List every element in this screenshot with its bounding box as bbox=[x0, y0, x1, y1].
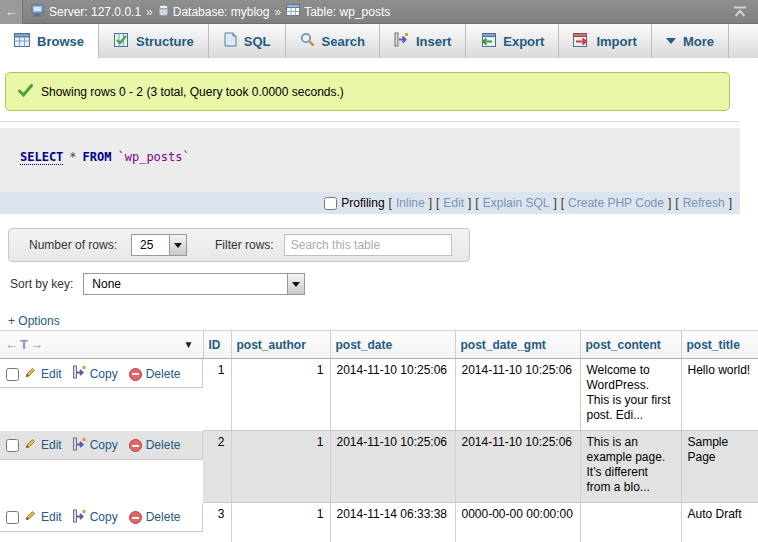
breadcrumb-table[interactable]: Table: wp_posts bbox=[286, 4, 390, 19]
tab-bar: Browse Structure SQL Search Insert bbox=[0, 24, 758, 58]
bracket: ] bbox=[729, 196, 732, 210]
cell-id: 1 bbox=[203, 359, 231, 431]
copy-row-link[interactable]: Copy bbox=[73, 437, 118, 455]
copy-icon bbox=[73, 437, 86, 455]
chevron-down-icon bbox=[292, 282, 300, 287]
sql-star: * bbox=[69, 150, 76, 164]
row-checkbox[interactable] bbox=[6, 511, 19, 524]
copy-label: Copy bbox=[90, 510, 118, 525]
table-icon bbox=[286, 4, 300, 19]
row-checkbox[interactable] bbox=[6, 368, 19, 381]
profiling-toggle[interactable]: Profiling bbox=[324, 196, 384, 210]
results-table: ←T→ ▼ ID post_author post_date post_date… bbox=[0, 330, 758, 542]
cell-post-content: Welcome to WordPress. This is your first… bbox=[580, 359, 681, 431]
column-header-post-title[interactable]: post_title bbox=[681, 331, 758, 359]
cell-post-date: 2014-11-10 10:25:06 bbox=[330, 431, 455, 503]
edit-label: Edit bbox=[41, 510, 62, 525]
profiling-checkbox[interactable] bbox=[324, 197, 337, 210]
chevron-down-icon bbox=[666, 38, 676, 44]
breadcrumb-separator: » bbox=[274, 5, 281, 19]
copy-row-link[interactable]: Copy bbox=[73, 509, 118, 527]
edit-query-link[interactable]: Edit bbox=[443, 196, 464, 210]
filter-rows-label: Filter rows: bbox=[215, 238, 274, 252]
collapse-panel-icon[interactable] bbox=[732, 6, 748, 18]
sql-query-text: SELECT*FROM`wp_posts` bbox=[0, 128, 740, 192]
table-row: Edit Copy Delete 2 1 2014-11-10 10:25:06… bbox=[0, 431, 758, 503]
create-php-code-link[interactable]: Create PHP Code bbox=[568, 196, 664, 210]
cell-post-date-gmt: 2014-11-10 10:25:06 bbox=[455, 359, 580, 431]
row-checkbox[interactable] bbox=[6, 439, 19, 452]
sql-query-box: SELECT*FROM`wp_posts` Profiling [ Inline… bbox=[0, 128, 740, 214]
tab-sql-label: SQL bbox=[244, 34, 271, 49]
sql-keyword-from: FROM bbox=[83, 150, 112, 164]
breadcrumb-database[interactable]: Database: myblog bbox=[158, 4, 270, 20]
phpmyadmin-window: ← Server: 127.0.0.1 » Database: myblog » bbox=[0, 0, 758, 542]
tab-browse[interactable]: Browse bbox=[0, 24, 99, 58]
status-message-text: Showing rows 0 - 2 (3 total, Query took … bbox=[41, 85, 344, 99]
explain-sql-link[interactable]: Explain SQL bbox=[483, 196, 550, 210]
edit-row-link[interactable]: Edit bbox=[24, 509, 62, 526]
tab-export-label: Export bbox=[503, 34, 544, 49]
pencil-icon bbox=[24, 509, 37, 526]
column-header-post-date[interactable]: post_date bbox=[330, 331, 455, 359]
tab-structure-label: Structure bbox=[136, 34, 194, 49]
edit-label: Edit bbox=[41, 367, 62, 382]
inline-link[interactable]: Inline bbox=[396, 196, 425, 210]
tab-insert[interactable]: Insert bbox=[380, 24, 466, 58]
cell-post-date-gmt: 2014-11-10 10:25:06 bbox=[455, 431, 580, 503]
cell-post-date: 2014-11-10 10:25:06 bbox=[330, 359, 455, 431]
delete-row-link[interactable]: Delete bbox=[129, 510, 181, 525]
tab-more[interactable]: More bbox=[652, 24, 729, 58]
delete-icon bbox=[129, 368, 142, 381]
copy-row-link[interactable]: Copy bbox=[73, 365, 118, 383]
tab-browse-label: Browse bbox=[37, 34, 84, 49]
options-toggle-link[interactable]: + Options bbox=[8, 314, 60, 328]
tab-insert-label: Insert bbox=[416, 34, 451, 49]
filter-rows-input[interactable] bbox=[284, 234, 452, 256]
breadcrumb-server[interactable]: Server: 127.0.0.1 bbox=[31, 4, 141, 20]
breadcrumb-table-label: Table: wp_posts bbox=[304, 5, 390, 19]
tab-structure[interactable]: Structure bbox=[99, 24, 209, 58]
status-message: Showing rows 0 - 2 (3 total, Query took … bbox=[5, 72, 730, 111]
delete-row-link[interactable]: Delete bbox=[129, 438, 181, 453]
breadcrumb-separator: » bbox=[146, 5, 153, 19]
select-dropdown-button[interactable] bbox=[169, 235, 186, 255]
sql-keyword-select[interactable]: SELECT bbox=[20, 150, 63, 165]
copy-label: Copy bbox=[90, 367, 118, 382]
cell-id: 2 bbox=[203, 431, 231, 503]
insert-icon bbox=[394, 32, 409, 50]
refresh-link[interactable]: Refresh bbox=[683, 196, 725, 210]
export-icon bbox=[480, 33, 496, 50]
pencil-icon bbox=[24, 437, 37, 454]
bracket: [ bbox=[436, 196, 439, 210]
cell-post-author: 1 bbox=[231, 431, 330, 503]
back-button[interactable]: ← bbox=[0, 0, 23, 24]
number-of-rows-select[interactable]: 25 bbox=[131, 234, 187, 256]
delete-icon bbox=[129, 511, 142, 524]
tab-sql[interactable]: SQL bbox=[209, 24, 286, 58]
column-header-post-date-gmt[interactable]: post_date_gmt bbox=[455, 331, 580, 359]
tab-search[interactable]: Search bbox=[286, 24, 380, 58]
cell-post-author: 1 bbox=[231, 359, 330, 431]
delete-row-link[interactable]: Delete bbox=[129, 367, 181, 382]
edit-row-link[interactable]: Edit bbox=[24, 366, 62, 383]
number-of-rows-label: Number of rows: bbox=[29, 238, 117, 252]
cell-post-date-gmt: 0000-00-00 00:00:00 bbox=[455, 503, 580, 542]
edit-row-link[interactable]: Edit bbox=[24, 437, 62, 454]
column-header-id[interactable]: ID bbox=[203, 331, 231, 359]
cell-id: 3 bbox=[203, 503, 231, 542]
number-of-rows-value: 25 bbox=[132, 238, 161, 252]
tab-export[interactable]: Export bbox=[466, 24, 559, 58]
breadcrumb: Server: 127.0.0.1 » Database: myblog » T… bbox=[31, 4, 732, 20]
tab-search-label: Search bbox=[322, 34, 365, 49]
tab-import[interactable]: Import bbox=[559, 24, 651, 58]
column-header-post-content[interactable]: post_content bbox=[580, 331, 681, 359]
sort-by-key-select[interactable]: None bbox=[83, 273, 305, 295]
select-dropdown-button[interactable] bbox=[287, 274, 304, 294]
header-menu-icon[interactable]: ▼ bbox=[184, 339, 198, 350]
database-icon bbox=[158, 4, 169, 20]
bracket: [ bbox=[675, 196, 678, 210]
column-move-marker[interactable]: ←T→ bbox=[5, 337, 45, 352]
column-header-post-author[interactable]: post_author bbox=[231, 331, 330, 359]
delete-icon bbox=[129, 439, 142, 452]
